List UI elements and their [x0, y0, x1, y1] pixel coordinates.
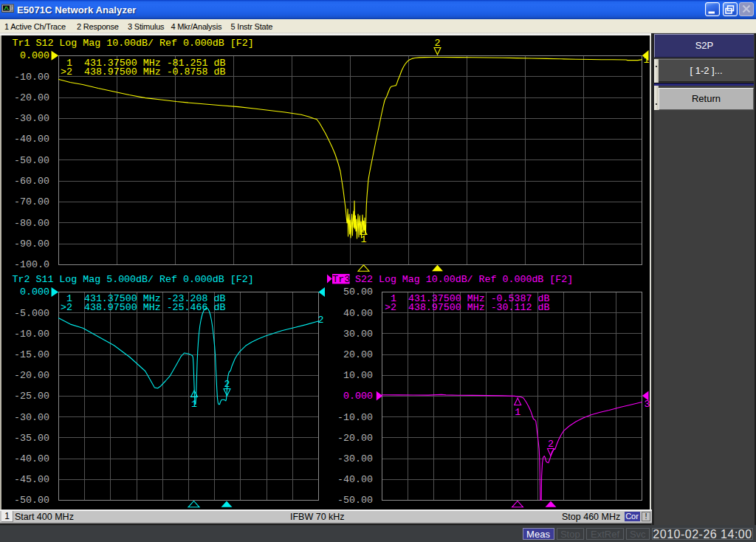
svg-text:-10.00: -10.00	[14, 72, 49, 83]
svg-text:1: 1	[515, 407, 520, 418]
svg-text:-35.00: -35.00	[14, 433, 49, 444]
svg-text:-40.00: -40.00	[14, 453, 49, 464]
svg-text:0.000: 0.000	[20, 50, 49, 61]
svg-text:>2 438.97500 MHz -0.8758 dB: >2 438.97500 MHz -0.8758 dB	[61, 66, 225, 78]
svg-text:10.00: 10.00	[343, 370, 373, 381]
svg-text:0.000: 0.000	[20, 287, 49, 298]
svg-text:3: 3	[645, 399, 650, 410]
svg-text:40.00: 40.00	[343, 308, 373, 319]
svg-text:-20.00: -20.00	[14, 92, 49, 103]
svg-text:2: 2	[318, 315, 324, 326]
svg-text:1: 1	[361, 234, 367, 245]
svg-text:Tr1 S12 Log Mag 10.00dB/ Ref 0: Tr1 S12 Log Mag 10.00dB/ Ref 0.000dB [F2…	[13, 38, 254, 49]
svg-text:-60.00: -60.00	[14, 176, 49, 187]
svg-text:-50.00: -50.00	[14, 495, 49, 506]
svg-text:-100.0: -100.0	[14, 259, 49, 270]
svg-text:-10.00: -10.00	[337, 412, 373, 423]
svg-text:-30.00: -30.00	[14, 113, 49, 124]
svg-text:-20.00: -20.00	[14, 370, 49, 381]
svg-text:-40.00: -40.00	[14, 134, 49, 145]
svg-text:-30.00: -30.00	[337, 453, 373, 464]
svg-text:-30.00: -30.00	[14, 412, 49, 423]
svg-text:2: 2	[548, 439, 554, 450]
svg-text:-40.00: -40.00	[337, 474, 373, 485]
svg-text:1: 1	[191, 399, 197, 410]
svg-text:-15.00: -15.00	[14, 349, 49, 360]
svg-text:2: 2	[224, 379, 230, 390]
svg-text:20.00: 20.00	[343, 349, 373, 360]
svg-text:30.00: 30.00	[343, 329, 373, 340]
svg-text:-10.00: -10.00	[14, 329, 49, 340]
svg-text:Tr2 S11 Log Mag 5.000dB/ Ref 0: Tr2 S11 Log Mag 5.000dB/ Ref 0.000dB [F2…	[13, 274, 254, 285]
svg-text:>2 438.97500 MHz -30.112 dB: >2 438.97500 MHz -30.112 dB	[385, 302, 549, 313]
svg-text:0.000: 0.000	[343, 391, 373, 402]
svg-text:-70.00: -70.00	[14, 196, 49, 207]
svg-text:-80.00: -80.00	[14, 218, 49, 229]
svg-text:>2 438.97500 MHz -25.466 dB: >2 438.97500 MHz -25.466 dB	[61, 302, 225, 313]
svg-text:-25.00: -25.00	[14, 391, 49, 402]
svg-text:1: 1	[644, 55, 650, 66]
svg-text:Tr3: Tr3	[332, 274, 350, 285]
svg-text:-50.00: -50.00	[337, 495, 373, 506]
svg-text:2: 2	[435, 38, 441, 49]
svg-text:-5.000: -5.000	[14, 308, 49, 319]
svg-text:-90.00: -90.00	[14, 239, 49, 250]
svg-text:S22 Log Mag 10.00dB/ Ref 0.000: S22 Log Mag 10.00dB/ Ref 0.000dB [F2]	[355, 274, 573, 285]
svg-text:50.00: 50.00	[343, 287, 373, 298]
svg-text:-50.00: -50.00	[14, 155, 49, 166]
svg-text:-45.00: -45.00	[14, 474, 49, 485]
svg-text:-20.00: -20.00	[337, 433, 373, 444]
